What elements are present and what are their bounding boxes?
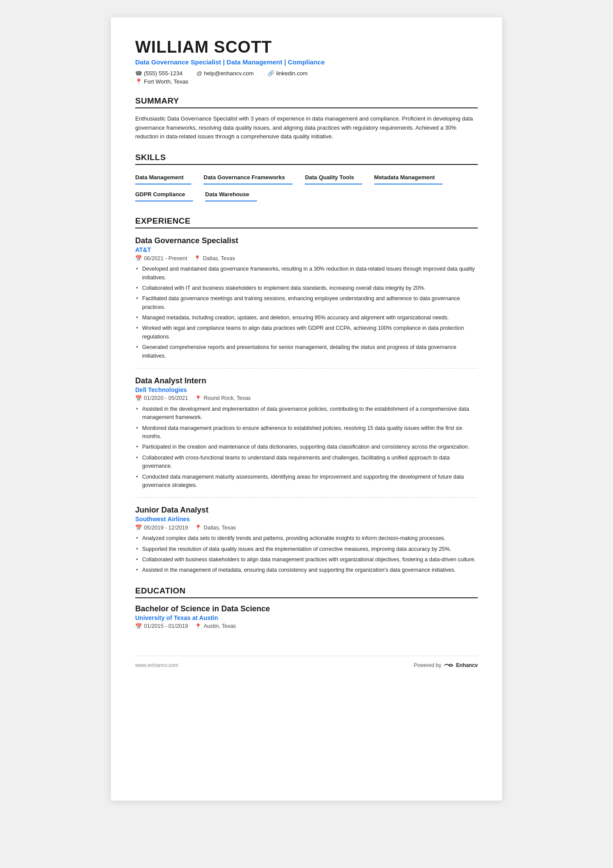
- job-location-2: 📍 Dallas, Texas: [195, 524, 236, 531]
- education-section-title: EDUCATION: [135, 586, 478, 598]
- job-company-0: AT&T: [135, 246, 478, 253]
- powered-by-label: Powered by: [414, 662, 441, 668]
- job-entry-0: Data Governance Specialist AT&T 📅 06/202…: [135, 236, 478, 369]
- bullet-item: Supported the resolution of data quality…: [135, 545, 478, 553]
- job-meta-1: 📅 01/2020 - 05/2021 📍 Round Rock, Texas: [135, 395, 478, 402]
- job-meta-2: 📅 05/2019 - 12/2019 📍 Dallas, Texas: [135, 524, 478, 531]
- skills-section: SKILLS Data Management Data Governance F…: [135, 153, 478, 205]
- edu-location-0: 📍 Austin, Texas: [195, 623, 236, 630]
- bullet-item: Analyzed complex data sets to identify t…: [135, 534, 478, 543]
- bullet-item: Assisted in the management of metadata, …: [135, 566, 478, 574]
- job-title-0: Data Governance Specialist: [135, 236, 478, 245]
- skill-item: Data Quality Tools: [305, 171, 362, 184]
- location-icon: 📍: [135, 78, 142, 85]
- candidate-name: WILLIAM SCOTT: [135, 38, 478, 57]
- email-value: help@enhancv.com: [204, 70, 253, 77]
- contact-row: ☎ (555) 555-1234 @ help@enhancv.com 🔗 li…: [135, 70, 478, 77]
- job-location-0: 📍 Dallas, Texas: [194, 255, 235, 261]
- header: WILLIAM SCOTT Data Governance Specialist…: [135, 38, 478, 85]
- linkedin-value: linkedin.com: [276, 70, 307, 77]
- skill-item: GDPR Compliance: [135, 188, 193, 201]
- job-company-2: Southwest Airlines: [135, 516, 478, 523]
- bullet-item: Generated comprehensive reports and pres…: [135, 343, 478, 360]
- location-value: Fort Worth, Texas: [144, 78, 188, 85]
- job-bullets-0: Developed and maintained data governance…: [135, 265, 478, 360]
- location-row: 📍 Fort Worth, Texas: [135, 78, 478, 85]
- job-title-1: Data Analyst Intern: [135, 376, 478, 385]
- enhancv-logo: [444, 662, 453, 668]
- job-location-1: 📍 Round Rock, Texas: [195, 395, 250, 402]
- exp-divider-0: [135, 368, 478, 369]
- summary-section: SUMMARY Enthusiastic Data Governance Spe…: [135, 96, 478, 141]
- location-icon-edu: 📍: [195, 623, 202, 630]
- bullet-item: Collaborated with business stakeholders …: [135, 556, 478, 564]
- calendar-icon-2: 📅: [135, 524, 142, 531]
- linkedin-contact: 🔗 linkedin.com: [267, 70, 307, 77]
- edu-meta-0: 📅 01/2015 - 01/2019 📍 Austin, Texas: [135, 623, 478, 630]
- job-dates-0: 📅 06/2021 - Present: [135, 255, 187, 261]
- job-company-1: Dell Technologies: [135, 386, 478, 393]
- bullet-item: Facilitated data governance meetings and…: [135, 295, 478, 312]
- skills-grid: Data Management Data Governance Framewor…: [135, 171, 478, 205]
- phone-contact: ☎ (555) 555-1234: [135, 70, 183, 77]
- bullet-item: Conducted data management maturity asses…: [135, 473, 478, 490]
- skill-item: Data Management: [135, 171, 191, 184]
- job-entry-2: Junior Data Analyst Southwest Airlines 📅…: [135, 506, 478, 575]
- calendar-icon-1: 📅: [135, 395, 142, 402]
- bullet-item: Managed metadata, including creation, up…: [135, 314, 478, 322]
- job-bullets-1: Assisted in the development and implemen…: [135, 405, 478, 489]
- enhancv-logo-svg: [444, 662, 453, 668]
- bullet-item: Monitored data management practices to e…: [135, 424, 478, 441]
- email-icon: @: [197, 70, 202, 77]
- candidate-title: Data Governance Specialist | Data Manage…: [135, 58, 478, 66]
- brand-name: Enhancv: [456, 662, 478, 668]
- bullet-item: Assisted in the development and implemen…: [135, 405, 478, 422]
- location-icon-2: 📍: [195, 524, 202, 531]
- summary-text: Enthusiastic Data Governance Specialist …: [135, 114, 478, 141]
- phone-icon: ☎: [135, 70, 142, 77]
- bullet-item: Participated in the creation and mainten…: [135, 443, 478, 451]
- job-dates-1: 📅 01/2020 - 05/2021: [135, 395, 188, 402]
- footer-brand: Powered by Enhancv: [414, 662, 478, 668]
- job-bullets-2: Analyzed complex data sets to identify t…: [135, 534, 478, 575]
- skill-item: Data Warehouse: [205, 188, 257, 201]
- job-meta-0: 📅 06/2021 - Present 📍 Dallas, Texas: [135, 255, 478, 261]
- resume-page: WILLIAM SCOTT Data Governance Specialist…: [111, 17, 502, 801]
- skills-row-1: Data Management Data Governance Framewor…: [135, 171, 478, 188]
- experience-section: EXPERIENCE Data Governance Specialist AT…: [135, 216, 478, 575]
- skill-item: Metadata Management: [374, 171, 443, 184]
- bullet-item: Worked with legal and compliance teams t…: [135, 324, 478, 341]
- edu-dates-0: 📅 01/2015 - 01/2019: [135, 623, 188, 630]
- edu-entry-0: Bachelor of Science in Data Science Univ…: [135, 604, 478, 630]
- skills-row-2: GDPR Compliance Data Warehouse: [135, 188, 478, 205]
- experience-section-title: EXPERIENCE: [135, 216, 478, 228]
- calendar-icon-edu: 📅: [135, 623, 142, 630]
- exp-divider-1: [135, 497, 478, 498]
- skill-item: Data Governance Frameworks: [203, 171, 293, 184]
- education-section: EDUCATION Bachelor of Science in Data Sc…: [135, 586, 478, 630]
- skills-section-title: SKILLS: [135, 153, 478, 165]
- edu-degree-0: Bachelor of Science in Data Science: [135, 604, 478, 613]
- bullet-item: Collaborated with cross-functional teams…: [135, 454, 478, 471]
- footer: www.enhancv.com Powered by Enhancv: [135, 656, 478, 668]
- summary-section-title: SUMMARY: [135, 96, 478, 108]
- job-entry-1: Data Analyst Intern Dell Technologies 📅 …: [135, 376, 478, 498]
- location-icon-1: 📍: [195, 395, 202, 402]
- calendar-icon-0: 📅: [135, 255, 142, 261]
- bullet-item: Collaborated with IT and business stakeh…: [135, 284, 478, 292]
- linkedin-icon: 🔗: [267, 70, 274, 77]
- email-contact: @ help@enhancv.com: [197, 70, 253, 77]
- edu-school-0: University of Texas at Austin: [135, 614, 478, 621]
- phone-value: (555) 555-1234: [144, 70, 183, 77]
- footer-website: www.enhancv.com: [135, 662, 178, 668]
- job-dates-2: 📅 05/2019 - 12/2019: [135, 524, 188, 531]
- bullet-item: Developed and maintained data governance…: [135, 265, 478, 282]
- location-icon-0: 📍: [194, 255, 201, 261]
- job-title-2: Junior Data Analyst: [135, 506, 478, 515]
